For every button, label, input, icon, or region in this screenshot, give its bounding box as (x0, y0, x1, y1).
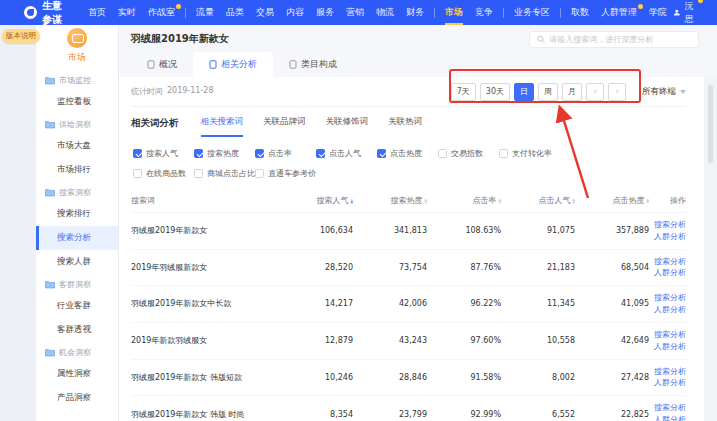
scrollbar-thumb[interactable] (708, 85, 713, 163)
range-day-button-active[interactable]: 日 (514, 83, 534, 101)
nav-item-business-zone[interactable]: 业务专区 (508, 0, 556, 25)
tab-related-analysis-active[interactable]: 相关分析 (193, 52, 273, 77)
col-click-popularity[interactable]: 点击人气▴▾ (501, 195, 575, 206)
nav-divider (185, 8, 186, 18)
subtab-brand-words[interactable]: 关联品牌词 (263, 116, 306, 137)
col-search-heat[interactable]: 搜索热度▴▾ (353, 195, 427, 206)
nav-item-academy[interactable]: 学院 (643, 0, 673, 25)
subtab-hot-words[interactable]: 关联热词 (388, 116, 422, 137)
nav-item-market-active[interactable]: 市场 (439, 0, 469, 25)
row-actions: 搜索分析 人群分析 (649, 256, 686, 279)
terminal-dropdown[interactable]: 所有终端 (642, 86, 686, 98)
sidebar-section-market-monitor[interactable]: 市场监控 (36, 70, 118, 90)
checkbox-online-products[interactable]: 在线商品数 (133, 168, 194, 179)
sidebar-item-search-crowd[interactable]: 搜索人群 (36, 250, 118, 274)
click-popularity-cell: 8,002 (501, 373, 575, 382)
search-analysis-link[interactable]: 搜索分析 (649, 256, 686, 268)
nav-item-realtime[interactable]: 实时 (112, 0, 142, 25)
crowd-analysis-link[interactable]: 人群分析 (649, 414, 686, 421)
checkbox-click-popularity[interactable]: 点击人气 (316, 148, 377, 159)
nav-item-trade[interactable]: 交易 (250, 0, 280, 25)
checkbox-ztc-reference-price[interactable]: 直通车参考价 (255, 168, 316, 179)
nav-item-service[interactable]: 服务 (310, 0, 340, 25)
tab-category-composition[interactable]: 类目构成 (273, 52, 353, 77)
user-account[interactable]: 沅思 (673, 0, 703, 26)
search-analysis-link[interactable]: 搜索分析 (649, 366, 686, 378)
tab-overview[interactable]: 概况 (131, 52, 193, 77)
app-logo[interactable]: 生意参谋 (24, 0, 66, 27)
left-rail: 版本说明 (0, 25, 36, 421)
table-row: 羽绒服2019年新款女中长款 14,217 42,006 96.22% 11,3… (131, 285, 686, 322)
nav-item-category[interactable]: 品类 (220, 0, 250, 25)
click-rate-cell: 91.58% (427, 373, 501, 382)
sidebar-section-search-insight[interactable]: 搜索洞察 (36, 182, 118, 202)
nav-item-logistics[interactable]: 物流 (370, 0, 400, 25)
app-logo-icon (24, 6, 37, 19)
search-analysis-link[interactable]: 搜索分析 (649, 219, 686, 231)
checkbox-search-heat[interactable]: 搜索热度 (194, 148, 255, 159)
checkbox-click-rate[interactable]: 点击率 (255, 148, 316, 159)
search-analysis-link[interactable]: 搜索分析 (649, 292, 686, 304)
sidebar-item-search-analysis-active[interactable]: 搜索分析 (36, 226, 118, 250)
range-month-button[interactable]: 月 (562, 83, 582, 101)
nav-item-marketing[interactable]: 营销 (340, 0, 370, 25)
search-analysis-link[interactable]: 搜索分析 (649, 402, 686, 414)
search-heat-cell: 341,813 (353, 226, 427, 235)
scrollbar-track[interactable] (704, 77, 717, 421)
sidebar-item-industry-customers[interactable]: 行业客群 (36, 294, 118, 318)
crowd-analysis-link[interactable]: 人群分析 (649, 267, 686, 279)
nav-item-home[interactable]: 首页 (82, 0, 112, 25)
col-click-heat[interactable]: 点击热度▴▾ (575, 195, 649, 206)
sidebar-section-customer-insight[interactable]: 客群洞察 (36, 274, 118, 294)
keyword-search-box[interactable] (529, 31, 699, 48)
nav-item-crowd-mgmt[interactable]: 人群管理 (595, 0, 643, 25)
search-heat-cell: 73,754 (353, 263, 427, 272)
nav-item-warroom[interactable]: 作战室 (142, 0, 181, 25)
sidebar-item-monitor-board[interactable]: 监控看板 (36, 90, 118, 114)
search-analysis-link[interactable]: 搜索分析 (649, 329, 686, 341)
nav-item-finance[interactable]: 财务 (400, 0, 430, 25)
related-words-section: 相关词分析 相关搜索词 关联品牌词 关联修饰词 关联热词 (131, 107, 686, 137)
click-rate-cell: 108.63% (427, 226, 501, 235)
sidebar-item-market-overview[interactable]: 市场大盘 (36, 134, 118, 158)
nav-item-data-fetch[interactable]: 取数 (565, 0, 595, 25)
nav-item-traffic[interactable]: 流量 (190, 0, 220, 25)
market-workspace-icon[interactable] (67, 28, 87, 48)
checkbox-trade-index[interactable]: 交易指数 (438, 148, 499, 159)
nav-divider (560, 8, 561, 18)
nav-item-competition[interactable]: 竞争 (469, 0, 499, 25)
nav-item-content[interactable]: 内容 (280, 0, 310, 25)
subtab-modifier-words[interactable]: 关联修饰词 (326, 116, 369, 137)
crowd-analysis-link[interactable]: 人群分析 (649, 341, 686, 353)
checkbox-pay-conversion[interactable]: 支付转化率 (499, 148, 560, 159)
crowd-analysis-link[interactable]: 人群分析 (649, 377, 686, 389)
sidebar-item-market-ranking[interactable]: 市场排行 (36, 158, 118, 182)
sidebar-item-product-insight[interactable]: 产品洞察 (36, 386, 118, 410)
sidebar-section-opportunity-insight[interactable]: 机会洞察 (36, 342, 118, 362)
checkbox-click-heat[interactable]: 点击热度 (377, 148, 438, 159)
checkbox-mall-click-share[interactable]: 商城点击占比 (194, 168, 255, 179)
checkbox-search-popularity[interactable]: 搜索人气 (133, 148, 194, 159)
range-week-button[interactable]: 周 (538, 83, 558, 101)
version-note-badge[interactable]: 版本说明 (2, 29, 40, 43)
search-heat-cell: 43,243 (353, 336, 427, 345)
checkbox-icon (438, 149, 447, 158)
col-click-rate[interactable]: 点击率▴▾ (427, 195, 501, 206)
content-panel: 统计时间 2019-11-28 7天 30天 日 周 月 ‹ › 所有终端 (119, 77, 704, 421)
range-7d-button[interactable]: 7天 (451, 83, 476, 101)
sidebar-item-customer-perspective[interactable]: 客群透视 (36, 318, 118, 342)
sidebar-section-supply-insight[interactable]: 供给洞察 (36, 114, 118, 134)
row-actions: 搜索分析 人群分析 (649, 366, 686, 389)
range-30d-button[interactable]: 30天 (480, 83, 510, 101)
table-header-row: 搜索词 搜索人气▴▾ 搜索热度▴▾ 点击率▴▾ 点击人气▴▾ 点击热度▴▾ 操作 (131, 189, 686, 212)
search-input[interactable] (549, 35, 691, 44)
subtab-related-search-words-active[interactable]: 相关搜索词 (201, 116, 244, 137)
next-period-button[interactable]: › (608, 83, 626, 101)
prev-period-button[interactable]: ‹ (586, 83, 604, 101)
sidebar-item-attribute-insight[interactable]: 属性洞察 (36, 362, 118, 386)
col-search-popularity-sorted[interactable]: 搜索人气▴▾ (279, 195, 353, 206)
crowd-analysis-link[interactable]: 人群分析 (649, 304, 686, 316)
search-icon (537, 35, 545, 44)
crowd-analysis-link[interactable]: 人群分析 (649, 231, 686, 243)
sidebar-item-search-ranking[interactable]: 搜索排行 (36, 202, 118, 226)
